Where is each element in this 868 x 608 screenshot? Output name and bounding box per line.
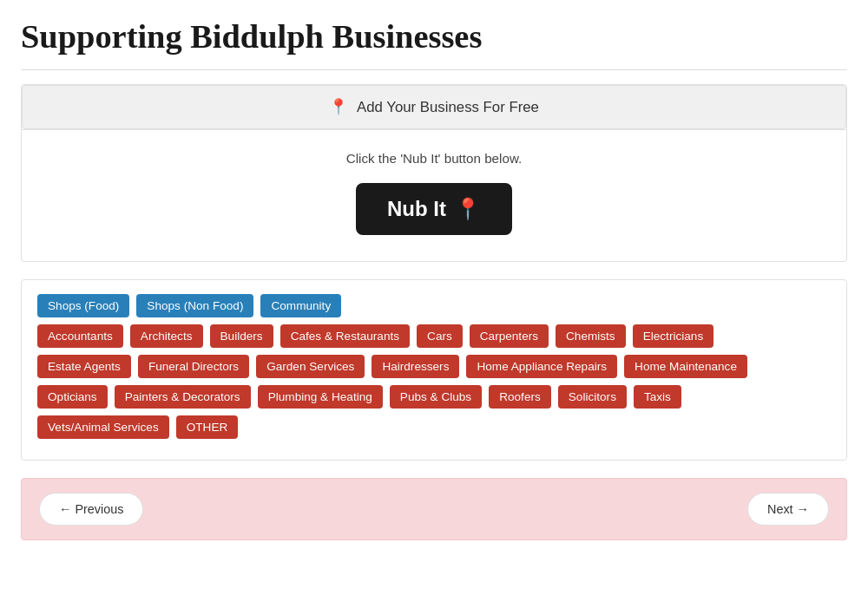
category-plumbing-heating[interactable]: Plumbing & Heating — [258, 385, 383, 409]
categories-row-2: Accountants Architects Builders Cafes & … — [37, 324, 831, 348]
category-chemists[interactable]: Chemists — [556, 324, 626, 348]
category-garden-services[interactable]: Garden Services — [256, 355, 365, 378]
nub-it-pin-icon: 📍 — [455, 197, 481, 221]
previous-button[interactable]: ← Previous — [39, 493, 143, 526]
categories-row-4: Opticians Painters & Decorators Plumbing… — [37, 385, 831, 409]
category-hairdressers[interactable]: Hairdressers — [372, 355, 459, 378]
category-community[interactable]: Community — [260, 294, 341, 317]
category-shops-non-food[interactable]: Shops (Non Food) — [136, 294, 253, 317]
category-other[interactable]: OTHER — [176, 415, 239, 439]
nub-it-button[interactable]: Nub It 📍 — [356, 183, 512, 235]
category-roofers[interactable]: Roofers — [489, 385, 551, 409]
category-painters-decorators[interactable]: Painters & Decorators — [115, 385, 251, 409]
nub-it-label: Nub It — [387, 197, 446, 221]
category-architects[interactable]: Architects — [130, 324, 203, 348]
title-divider — [21, 69, 847, 70]
categories-box: Shops (Food) Shops (Non Food) Community … — [21, 279, 847, 461]
category-pubs-clubs[interactable]: Pubs & Clubs — [390, 385, 482, 409]
categories-row-3: Estate Agents Funeral Directors Garden S… — [37, 355, 831, 378]
categories-row-1: Shops (Food) Shops (Non Food) Community — [37, 294, 831, 317]
category-estate-agents[interactable]: Estate Agents — [37, 355, 131, 378]
categories-row-5: Vets/Animal Services OTHER — [37, 415, 831, 439]
category-electricians[interactable]: Electricians — [633, 324, 714, 348]
pin-icon: 📍 — [329, 98, 348, 116]
category-carpenters[interactable]: Carpenters — [470, 324, 549, 348]
add-business-bar-wrapper: 📍 Add Your Business For Free — [21, 84, 847, 130]
category-cafes-restaurants[interactable]: Cafes & Restaurants — [280, 324, 410, 348]
category-solicitors[interactable]: Solicitors — [558, 385, 627, 409]
category-builders[interactable]: Builders — [210, 324, 273, 348]
add-business-label: Add Your Business For Free — [357, 99, 539, 116]
add-business-bar[interactable]: 📍 Add Your Business For Free — [22, 85, 846, 129]
category-opticians[interactable]: Opticians — [37, 385, 108, 409]
next-button[interactable]: Next → — [747, 493, 829, 526]
nub-it-card: Click the 'Nub It' button below. Nub It … — [21, 130, 847, 262]
category-vets-animal-services[interactable]: Vets/Animal Services — [37, 415, 169, 439]
category-home-appliance-repairs[interactable]: Home Appliance Repairs — [466, 355, 617, 378]
category-taxis[interactable]: Taxis — [634, 385, 681, 409]
page-title: Supporting Biddulph Businesses — [21, 17, 847, 56]
pagination-bar: ← Previous Next → — [21, 478, 847, 540]
category-funeral-directors[interactable]: Funeral Directors — [138, 355, 249, 378]
nub-it-subtitle: Click the 'Nub It' button below. — [39, 151, 829, 166]
category-accountants[interactable]: Accountants — [37, 324, 123, 348]
category-shops-food[interactable]: Shops (Food) — [37, 294, 129, 317]
category-home-maintenance[interactable]: Home Maintenance — [624, 355, 747, 378]
category-cars[interactable]: Cars — [417, 324, 463, 348]
